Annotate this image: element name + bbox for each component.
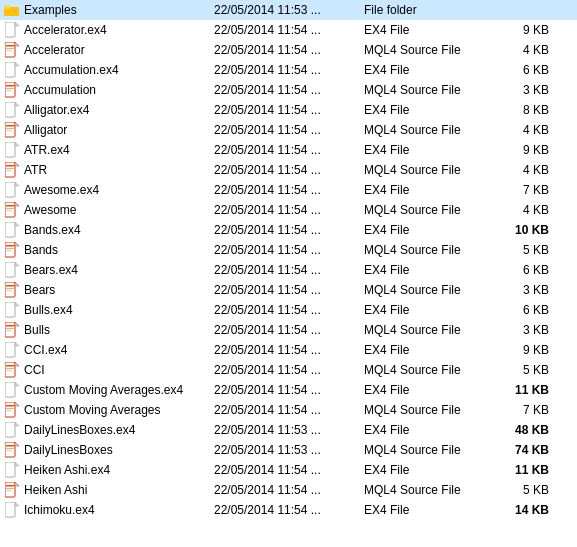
svg-rect-34 bbox=[5, 182, 15, 197]
list-item[interactable]: Awesome22/05/2014 11:54 ...MQL4 Source F… bbox=[0, 200, 577, 220]
file-type-cell: EX4 File bbox=[364, 143, 494, 157]
file-date-cell: 22/05/2014 11:54 ... bbox=[214, 183, 364, 197]
mql4-file-icon bbox=[4, 122, 20, 138]
list-item[interactable]: DailyLinesBoxes22/05/2014 11:53 ...MQL4 … bbox=[0, 440, 577, 460]
list-item[interactable]: Accelerator.ex422/05/2014 11:54 ...EX4 F… bbox=[0, 20, 577, 40]
file-type-cell: MQL4 Source File bbox=[364, 203, 494, 217]
list-item[interactable]: Alligator.ex422/05/2014 11:54 ...EX4 Fil… bbox=[0, 100, 577, 120]
svg-rect-66 bbox=[5, 342, 15, 357]
file-date-cell: 22/05/2014 11:54 ... bbox=[214, 283, 364, 297]
svg-rect-47 bbox=[6, 245, 14, 247]
svg-rect-73 bbox=[6, 370, 12, 371]
file-type-cell: MQL4 Source File bbox=[364, 443, 494, 457]
file-size-cell: 3 KB bbox=[494, 323, 549, 337]
file-name-text: Examples bbox=[24, 3, 77, 17]
svg-rect-42 bbox=[5, 222, 15, 237]
file-name-text: ATR bbox=[24, 163, 47, 177]
list-item[interactable]: DailyLinesBoxes.ex422/05/2014 11:53 ...E… bbox=[0, 420, 577, 440]
file-name-text: Custom Moving Averages bbox=[24, 403, 161, 417]
file-size-cell: 6 KB bbox=[494, 263, 549, 277]
ex4-file-icon bbox=[4, 262, 20, 278]
mql4-file-icon bbox=[4, 162, 20, 178]
list-item[interactable]: Bands.ex422/05/2014 11:54 ...EX4 File10 … bbox=[0, 220, 577, 240]
list-item[interactable]: Custom Moving Averages22/05/2014 11:54 .… bbox=[0, 400, 577, 420]
file-name-cell: Bears bbox=[4, 282, 214, 298]
file-name-cell: ATR.ex4 bbox=[4, 142, 214, 158]
file-size-cell: 6 KB bbox=[494, 63, 549, 77]
file-type-cell: MQL4 Source File bbox=[364, 483, 494, 497]
file-name-text: Awesome.ex4 bbox=[24, 183, 99, 197]
svg-marker-14 bbox=[15, 82, 19, 86]
svg-rect-7 bbox=[6, 45, 14, 47]
file-name-text: Heiken Ashi bbox=[24, 483, 87, 497]
file-name-cell: Heiken Ashi.ex4 bbox=[4, 462, 214, 478]
list-item[interactable]: Bands22/05/2014 11:54 ...MQL4 Source Fil… bbox=[0, 240, 577, 260]
file-type-cell: EX4 File bbox=[364, 263, 494, 277]
file-name-text: Bands.ex4 bbox=[24, 223, 81, 237]
mql4-file-icon bbox=[4, 402, 20, 418]
file-name-cell: DailyLinesBoxes.ex4 bbox=[4, 422, 214, 438]
svg-rect-4 bbox=[15, 22, 19, 26]
file-date-cell: 22/05/2014 11:54 ... bbox=[214, 263, 364, 277]
file-name-cell: Custom Moving Averages bbox=[4, 402, 214, 418]
svg-rect-100 bbox=[15, 502, 19, 506]
list-item[interactable]: Examples22/05/2014 11:53 ...File folder bbox=[0, 0, 577, 20]
svg-rect-55 bbox=[6, 285, 14, 287]
list-item[interactable]: Ichimoku.ex422/05/2014 11:54 ...EX4 File… bbox=[0, 500, 577, 520]
file-type-cell: EX4 File bbox=[364, 183, 494, 197]
file-date-cell: 22/05/2014 11:54 ... bbox=[214, 163, 364, 177]
list-item[interactable]: Custom Moving Averages.ex422/05/2014 11:… bbox=[0, 380, 577, 400]
list-item[interactable]: Accelerator22/05/2014 11:54 ...MQL4 Sour… bbox=[0, 40, 577, 60]
list-item[interactable]: Heiken Ashi22/05/2014 11:54 ...MQL4 Sour… bbox=[0, 480, 577, 500]
ex4-file-icon bbox=[4, 102, 20, 118]
file-name-text: Bears.ex4 bbox=[24, 263, 78, 277]
list-item[interactable]: Accumulation22/05/2014 11:54 ...MQL4 Sou… bbox=[0, 80, 577, 100]
file-name-cell: ATR bbox=[4, 162, 214, 178]
file-type-cell: EX4 File bbox=[364, 23, 494, 37]
svg-rect-12 bbox=[15, 62, 19, 66]
file-size-cell: 3 KB bbox=[494, 283, 549, 297]
list-item[interactable]: Bulls.ex422/05/2014 11:54 ...EX4 File6 K… bbox=[0, 300, 577, 320]
file-type-cell: EX4 File bbox=[364, 343, 494, 357]
file-size-cell: 48 KB bbox=[494, 423, 549, 437]
svg-rect-41 bbox=[6, 210, 12, 211]
svg-rect-25 bbox=[6, 130, 12, 131]
svg-marker-38 bbox=[15, 202, 19, 206]
list-item[interactable]: CCI.ex422/05/2014 11:54 ...EX4 File9 KB bbox=[0, 340, 577, 360]
file-size-cell: 4 KB bbox=[494, 43, 549, 57]
svg-marker-62 bbox=[15, 322, 19, 326]
list-item[interactable]: Heiken Ashi.ex422/05/2014 11:54 ...EX4 F… bbox=[0, 460, 577, 480]
list-item[interactable]: Bulls22/05/2014 11:54 ...MQL4 Source Fil… bbox=[0, 320, 577, 340]
file-name-text: DailyLinesBoxes bbox=[24, 443, 113, 457]
file-size-cell: 5 KB bbox=[494, 243, 549, 257]
svg-rect-1 bbox=[4, 5, 10, 9]
mql4-file-icon bbox=[4, 202, 20, 218]
file-date-cell: 22/05/2014 11:54 ... bbox=[214, 63, 364, 77]
file-type-cell: EX4 File bbox=[364, 383, 494, 397]
file-date-cell: 22/05/2014 11:54 ... bbox=[214, 143, 364, 157]
file-date-cell: 22/05/2014 11:54 ... bbox=[214, 363, 364, 377]
mql4-file-icon bbox=[4, 442, 20, 458]
file-type-cell: MQL4 Source File bbox=[364, 363, 494, 377]
list-item[interactable]: ATR22/05/2014 11:54 ...MQL4 Source File4… bbox=[0, 160, 577, 180]
ex4-file-icon bbox=[4, 222, 20, 238]
file-name-text: Alligator bbox=[24, 123, 67, 137]
svg-rect-71 bbox=[6, 365, 14, 367]
svg-rect-72 bbox=[6, 368, 14, 369]
list-item[interactable]: Awesome.ex422/05/2014 11:54 ...EX4 File7… bbox=[0, 180, 577, 200]
svg-marker-46 bbox=[15, 242, 19, 246]
list-item[interactable]: Accumulation.ex422/05/2014 11:54 ...EX4 … bbox=[0, 60, 577, 80]
file-size-cell: 7 KB bbox=[494, 403, 549, 417]
file-name-cell: Accumulation.ex4 bbox=[4, 62, 214, 78]
svg-rect-50 bbox=[5, 262, 15, 277]
svg-rect-98 bbox=[5, 502, 15, 517]
list-item[interactable]: CCI22/05/2014 11:54 ...MQL4 Source File5… bbox=[0, 360, 577, 380]
list-item[interactable]: Bears22/05/2014 11:54 ...MQL4 Source Fil… bbox=[0, 280, 577, 300]
file-type-cell: MQL4 Source File bbox=[364, 283, 494, 297]
list-item[interactable]: Bears.ex422/05/2014 11:54 ...EX4 File6 K… bbox=[0, 260, 577, 280]
file-name-text: Accelerator bbox=[24, 43, 85, 57]
list-item[interactable]: ATR.ex422/05/2014 11:54 ...EX4 File9 KB bbox=[0, 140, 577, 160]
file-name-text: Alligator.ex4 bbox=[24, 103, 89, 117]
file-name-cell: Examples bbox=[4, 2, 214, 18]
list-item[interactable]: Alligator22/05/2014 11:54 ...MQL4 Source… bbox=[0, 120, 577, 140]
